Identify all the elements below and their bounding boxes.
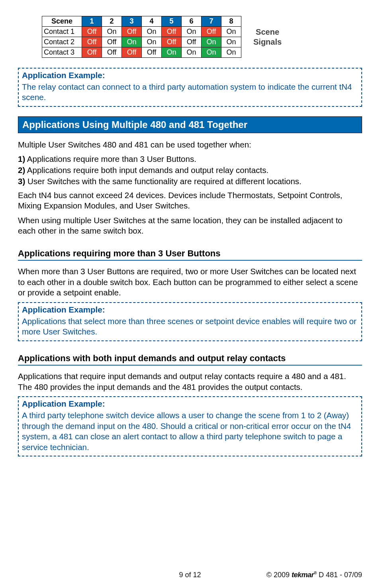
- cell: On: [142, 37, 162, 47]
- cell: On: [122, 37, 142, 47]
- cell: Off: [202, 27, 221, 37]
- cell: On: [221, 27, 241, 37]
- cell: On: [182, 47, 202, 58]
- cell: On: [202, 47, 221, 58]
- row-label-contact-3: Contact 3: [42, 47, 82, 58]
- cell: Off: [122, 47, 142, 58]
- cell: Off: [82, 37, 102, 47]
- application-example-1: Application Example: The relay contact c…: [18, 68, 362, 107]
- cell: Off: [82, 47, 102, 58]
- list-num-2: 2): [18, 165, 25, 175]
- cell: Off: [102, 47, 122, 58]
- intro-line: Multiple User Switches 480 and 481 can b…: [18, 140, 362, 150]
- app-ex-3-title: Application Example:: [22, 399, 358, 409]
- scene-col-7: 7: [202, 16, 221, 27]
- cell: Off: [162, 37, 182, 47]
- app-ex-1-body: The relay contact can connect to a third…: [22, 82, 358, 103]
- cell: On: [221, 47, 241, 58]
- list-text-1: Applications require more than 3 User Bu…: [27, 154, 196, 163]
- app-ex-2-body: Applications that select more than three…: [22, 316, 358, 337]
- scene-table-header-row: Scene 1 2 3 4 5 6 7 8: [42, 16, 241, 27]
- list-item: 2) Applications require both input deman…: [18, 165, 362, 175]
- cell: Off: [162, 27, 182, 37]
- list-text-3: User Switches with the same functionalit…: [27, 177, 302, 186]
- page-footer: 9 of 12 © 2009 tekmar® D 481 - 07/09: [18, 571, 362, 579]
- list-text-2: Applications require both input demands …: [27, 165, 268, 175]
- cell: On: [162, 47, 182, 58]
- list-item: 1) Applications require more than 3 User…: [18, 154, 362, 164]
- application-example-2: Application Example: Applications that s…: [18, 302, 362, 341]
- scene-col-5: 5: [162, 16, 182, 27]
- scene-signals-block: Scene 1 2 3 4 5 6 7 8 Contact 1 Off On O…: [42, 16, 362, 58]
- scene-signals-line1: Scene: [253, 27, 282, 37]
- sub2-body: Applications that require input demands …: [18, 371, 362, 392]
- cell: Off: [122, 27, 142, 37]
- cell: On: [221, 37, 241, 47]
- cell: Off: [182, 37, 202, 47]
- app-ex-1-title: Application Example:: [22, 70, 358, 81]
- list-num-1: 1): [18, 154, 25, 163]
- page-number: 9 of 12: [18, 571, 362, 579]
- cell: On: [142, 27, 162, 37]
- scene-signals-label: Scene Signals: [253, 27, 282, 47]
- paragraph-adjacent: When using multiple User Switches at the…: [18, 215, 362, 236]
- table-row: Contact 1 Off On Off On Off On Off On: [42, 27, 241, 37]
- scene-signals-table: Scene 1 2 3 4 5 6 7 8 Contact 1 Off On O…: [42, 16, 241, 58]
- scene-col-6: 6: [182, 16, 202, 27]
- table-row: Contact 3 Off Off Off Off On On On On: [42, 47, 241, 58]
- scene-col-1: 1: [82, 16, 102, 27]
- cell: On: [202, 37, 221, 47]
- cell: Off: [142, 47, 162, 58]
- scene-signals-line2: Signals: [253, 37, 282, 47]
- scene-col-4: 4: [142, 16, 162, 27]
- sub1-body: When more than 3 User Buttons are requir…: [18, 266, 362, 298]
- table-row: Contact 2 Off Off On On Off Off On On: [42, 37, 241, 47]
- scene-col-3: 3: [122, 16, 142, 27]
- paragraph-bus-limit: Each tN4 bus cannot exceed 24 devices. D…: [18, 190, 362, 211]
- section-heading: Applications Using Multiple 480 and 481 …: [18, 116, 362, 133]
- cell: Off: [102, 37, 122, 47]
- row-label-contact-1: Contact 1: [42, 27, 82, 37]
- cell: Off: [82, 27, 102, 37]
- scene-col-2: 2: [102, 16, 122, 27]
- cell: On: [102, 27, 122, 37]
- app-ex-3-body: A third party telephone switch device al…: [22, 410, 358, 453]
- requirements-list: 1) Applications require more than 3 User…: [18, 154, 362, 186]
- row-label-contact-2: Contact 2: [42, 37, 82, 47]
- application-example-3: Application Example: A third party telep…: [18, 396, 362, 456]
- scene-header-label: Scene: [42, 16, 82, 27]
- subheading-input-output: Applications with both input demands and…: [18, 353, 362, 366]
- scene-col-8: 8: [221, 16, 241, 27]
- app-ex-2-title: Application Example:: [22, 305, 358, 315]
- list-item: 3) User Switches with the same functiona…: [18, 177, 362, 186]
- list-num-3: 3): [18, 177, 25, 186]
- cell: On: [182, 27, 202, 37]
- subheading-more-than-3: Applications requiring more than 3 User …: [18, 248, 362, 261]
